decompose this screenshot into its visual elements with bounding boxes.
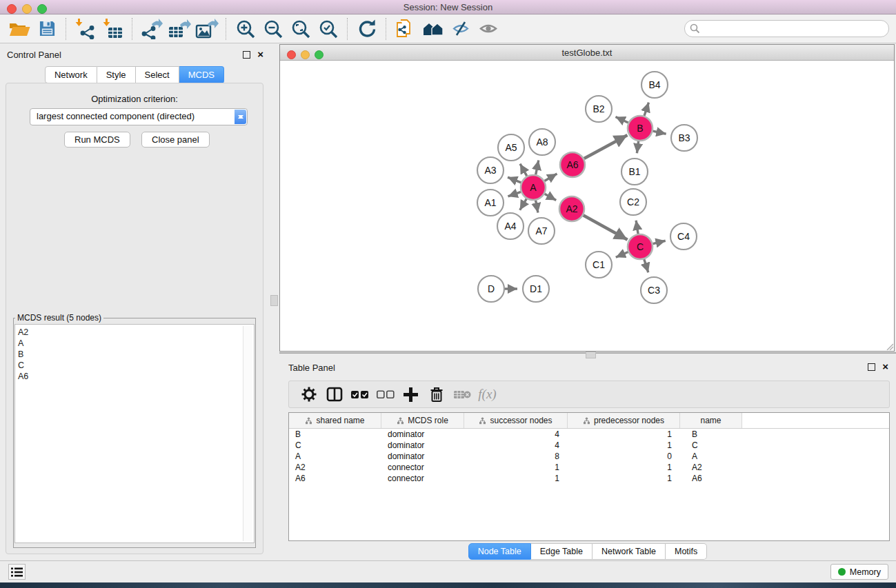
deselect-all-button[interactable] [372, 384, 398, 405]
open-file-button[interactable] [6, 17, 33, 41]
node-A8[interactable]: A8 [529, 129, 555, 155]
edge-B-B3[interactable] [653, 131, 666, 134]
node-D[interactable]: D [478, 276, 504, 302]
edge-C-C3[interactable] [644, 259, 648, 272]
node-B4[interactable]: B4 [641, 72, 668, 98]
delete-columns-button[interactable] [424, 384, 449, 405]
import-table-button[interactable] [99, 17, 127, 41]
node-C1[interactable]: C1 [586, 252, 612, 278]
edge-C-C2[interactable] [636, 221, 638, 234]
edge-A-A7[interactable] [536, 201, 538, 213]
edge-A6-B[interactable] [584, 135, 628, 159]
function-builder-button[interactable]: f(x) [475, 384, 500, 405]
close-table-panel-icon[interactable]: × [882, 363, 888, 370]
export-network-button[interactable] [138, 17, 166, 41]
node-C[interactable]: C [628, 234, 653, 259]
edge-C-C4[interactable] [653, 241, 665, 243]
refresh-button[interactable] [353, 17, 381, 41]
tab-network-table[interactable]: Network Table [593, 543, 666, 560]
float-panel-icon[interactable] [243, 51, 250, 59]
zoom-fit-button[interactable] [287, 17, 315, 41]
node-A3[interactable]: A3 [477, 157, 504, 183]
node-D1[interactable]: D1 [523, 276, 549, 302]
edge-A-A1[interactable] [508, 192, 521, 196]
tab-network[interactable]: Network [45, 66, 97, 83]
node-C2[interactable]: C2 [620, 189, 646, 215]
node-C3[interactable]: C3 [641, 277, 667, 303]
edge-B-B2[interactable] [615, 116, 628, 123]
task-history-button[interactable] [8, 564, 26, 580]
column-header-successor-nodes[interactable]: successor nodes [464, 413, 568, 428]
table-row[interactable]: A2connector11A2 [289, 462, 889, 473]
edge-A-A8[interactable] [536, 160, 539, 174]
table-options-button[interactable] [296, 384, 321, 405]
edge-A-A2[interactable] [545, 194, 557, 200]
search-input[interactable] [703, 21, 885, 36]
close-panel-button[interactable]: Close panel [141, 132, 210, 148]
node-A[interactable]: A [521, 175, 546, 200]
column-header-predecessor-nodes[interactable]: predecessor nodes [568, 413, 680, 428]
tab-edge-table[interactable]: Edge Table [531, 543, 593, 560]
zoom-out-button[interactable] [259, 17, 287, 41]
window-titlebar: Session: New Session [0, 0, 896, 14]
node-C4[interactable]: C4 [670, 223, 697, 250]
tab-style[interactable]: Style [97, 66, 136, 83]
vertical-splitter-handle[interactable] [270, 295, 278, 306]
memory-button[interactable]: Memory [830, 564, 888, 580]
close-panel-icon[interactable]: × [257, 50, 263, 58]
edge-C-C1[interactable] [616, 252, 628, 258]
node-B2[interactable]: B2 [586, 96, 612, 122]
network-graph[interactable]: B4B2BB3B1A5A8A6A3AA1C2A2A4A7CC4C1C3DD1 [281, 61, 895, 352]
edge-A-A6[interactable] [544, 174, 557, 181]
node-A1[interactable]: A1 [477, 190, 504, 216]
edge-B-B1[interactable] [637, 141, 638, 153]
export-image-button[interactable] [193, 17, 221, 41]
select-all-button[interactable] [347, 384, 372, 405]
edge-A-A3[interactable] [508, 177, 521, 183]
network-window-titlebar[interactable]: testGlobe.txt [280, 45, 894, 61]
node-B1[interactable]: B1 [621, 159, 648, 185]
column-header-shared-name[interactable]: shared name [289, 413, 381, 428]
home-button[interactable] [419, 17, 447, 41]
export-table-button[interactable] [166, 17, 193, 41]
tab-mcds[interactable]: MCDS [179, 66, 224, 83]
add-column-button[interactable] [398, 384, 424, 405]
edge-A-A4[interactable] [520, 199, 527, 210]
horizontal-splitter-handle[interactable] [586, 352, 596, 358]
node-A2[interactable]: A2 [559, 196, 584, 221]
edge-A-A5[interactable] [520, 164, 527, 176]
table-row[interactable]: A6connector11A6 [289, 473, 889, 484]
import-network-button[interactable] [72, 17, 99, 41]
float-table-panel-icon[interactable] [868, 363, 875, 371]
zoom-selected-button[interactable] [315, 17, 342, 41]
column-header-MCDS-role[interactable]: MCDS role [381, 413, 464, 428]
run-mcds-button[interactable]: Run MCDS [64, 132, 130, 148]
table-row[interactable]: Cdominator41C [289, 440, 889, 451]
tab-node-table[interactable]: Node Table [468, 543, 531, 560]
network-canvas[interactable]: B4B2BB3B1A5A8A6A3AA1C2A2A4A7CC4C1C3DD1 [281, 61, 893, 350]
edge-B-B4[interactable] [644, 103, 648, 116]
node-A7[interactable]: A7 [528, 218, 555, 244]
hide-selected-button[interactable] [447, 17, 475, 41]
table-row[interactable]: Bdominator41B [289, 429, 889, 440]
tab-select[interactable]: Select [136, 66, 179, 83]
node-A5[interactable]: A5 [498, 134, 524, 161]
node-B[interactable]: B [628, 116, 653, 141]
node-A6[interactable]: A6 [560, 152, 585, 177]
node-A4[interactable]: A4 [497, 213, 524, 239]
criterion-dropdown[interactable]: largest connected component (directed) [30, 108, 248, 125]
table-row[interactable]: Adominator80A [289, 451, 889, 462]
column-header-name[interactable]: name [680, 413, 742, 428]
node-B3[interactable]: B3 [671, 125, 697, 151]
result-scrollbar[interactable] [243, 326, 252, 541]
resize-grip-icon[interactable] [885, 342, 893, 350]
new-network-from-selection-button[interactable] [392, 17, 419, 41]
delete-table-button[interactable] [449, 384, 475, 405]
edge-A2-C[interactable] [584, 215, 628, 240]
tab-motifs[interactable]: Motifs [666, 543, 707, 560]
mcds-result-list[interactable]: A2ABCA6 [14, 324, 255, 543]
save-session-button[interactable] [33, 17, 61, 41]
zoom-in-button[interactable] [232, 17, 259, 41]
show-column-button[interactable] [321, 384, 347, 405]
show-all-button[interactable] [475, 17, 502, 41]
